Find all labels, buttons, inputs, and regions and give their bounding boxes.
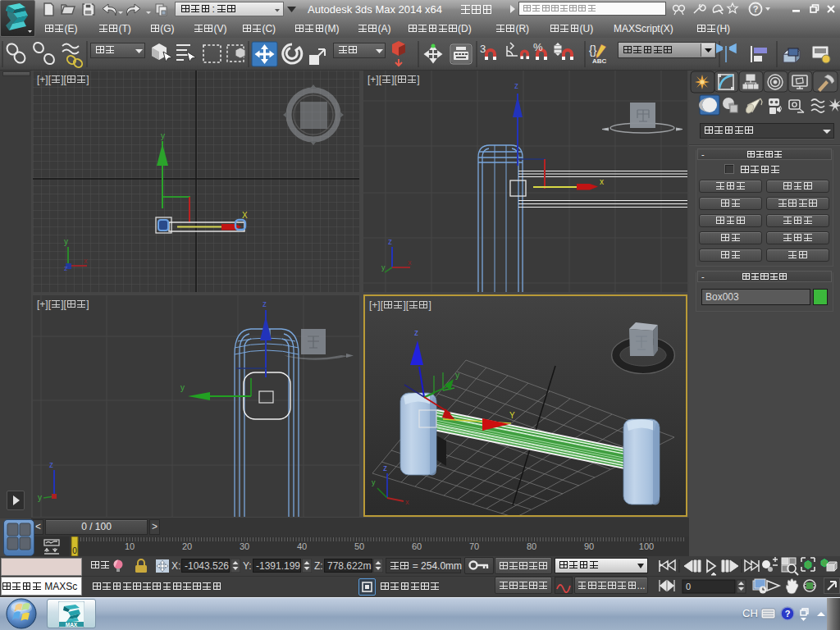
svg-text:30: 30 [240, 541, 249, 551]
svg-text:90: 90 [584, 541, 594, 551]
svg-text:z: z [64, 264, 68, 272]
svg-text:y: y [455, 371, 459, 380]
svg-text:z: z [514, 81, 518, 90]
svg-text:?: ? [753, 4, 759, 14]
svg-text:100: 100 [639, 541, 654, 551]
svg-text:z: z [383, 463, 387, 472]
svg-text:x: x [84, 257, 88, 265]
svg-text:X: X [242, 211, 248, 220]
svg-text:20: 20 [182, 541, 192, 551]
svg-text:x: x [405, 498, 409, 506]
svg-text:y: y [38, 493, 42, 502]
svg-text:z: z [414, 328, 418, 337]
svg-text:y: y [372, 478, 376, 486]
svg-text:%: % [533, 41, 543, 53]
svg-text:?: ? [785, 609, 791, 619]
svg-text:0: 0 [72, 546, 77, 555]
svg-text:x: x [408, 258, 412, 267]
svg-text:y: y [64, 237, 68, 246]
svg-text:y: y [180, 383, 185, 392]
svg-text:50: 50 [354, 541, 364, 551]
svg-text:Y: Y [509, 411, 515, 420]
svg-text:ABC: ABC [592, 57, 607, 65]
svg-text:z: z [262, 299, 267, 308]
svg-text:y: y [161, 131, 165, 140]
svg-text:x: x [600, 177, 604, 186]
svg-text:z: z [388, 237, 392, 246]
svg-text:y: y [381, 263, 386, 272]
svg-text:MAX: MAX [66, 622, 78, 628]
svg-text:40: 40 [297, 541, 307, 551]
svg-text:60: 60 [412, 541, 422, 551]
svg-text:10: 10 [125, 541, 135, 551]
svg-text:{}: {} [589, 43, 597, 57]
svg-text:80: 80 [527, 541, 536, 551]
svg-text:70: 70 [469, 541, 479, 551]
svg-text:0: 0 [686, 582, 691, 591]
svg-text:z: z [49, 460, 53, 469]
